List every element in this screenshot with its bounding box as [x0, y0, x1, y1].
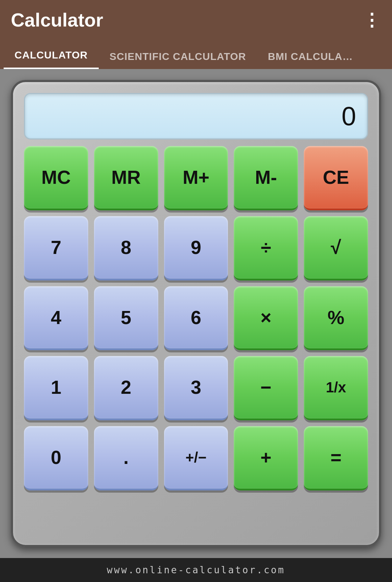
percent-button[interactable]: % [304, 286, 368, 351]
app-title: Calculator [11, 9, 103, 31]
mplus-button[interactable]: M+ [164, 146, 228, 210]
mc-button[interactable]: MC [24, 146, 88, 210]
five-button[interactable]: 5 [94, 286, 158, 351]
tab-calculator[interactable]: CALCULATOR [4, 43, 99, 69]
calculator-wrapper: 0 MC MR M+ M- CE 7 8 [0, 69, 392, 558]
footer: www.online-calculator.com [0, 558, 392, 582]
four-button[interactable]: 4 [24, 286, 88, 351]
tab-bar: CALCULATOR SCIENTIFIC CALCULATOR BMI CAL… [0, 40, 392, 69]
seven-button[interactable]: 7 [24, 216, 88, 280]
app-bar: Calculator ⋮ [0, 0, 392, 40]
calculator-display: 0 [24, 93, 368, 140]
eight-button[interactable]: 8 [94, 216, 158, 280]
sqrt-button[interactable]: √ [304, 216, 368, 280]
display-value: 0 [342, 101, 356, 131]
mr-button[interactable]: MR [94, 146, 158, 210]
ce-button[interactable]: CE [304, 146, 368, 210]
equals-button[interactable]: = [304, 426, 368, 490]
multiply-button[interactable]: × [234, 286, 298, 351]
two-button[interactable]: 2 [94, 356, 158, 420]
decimal-button[interactable]: . [94, 426, 158, 490]
mminus-button[interactable]: M- [234, 146, 298, 210]
calculator-body: 0 MC MR M+ M- CE 7 8 [11, 80, 381, 547]
three-button[interactable]: 3 [164, 356, 228, 420]
tab-scientific-calculator[interactable]: SCIENTIFIC CALCULATOR [99, 44, 257, 69]
footer-text: www.online-calculator.com [107, 565, 285, 575]
menu-button[interactable]: ⋮ [363, 10, 381, 30]
zero-button[interactable]: 0 [24, 426, 88, 490]
one-button[interactable]: 1 [24, 356, 88, 420]
plus-button[interactable]: + [234, 426, 298, 490]
six-button[interactable]: 6 [164, 286, 228, 351]
button-grid: MC MR M+ M- CE 7 8 9 [24, 146, 368, 490]
minus-button[interactable]: − [234, 356, 298, 420]
nine-button[interactable]: 9 [164, 216, 228, 280]
plusminus-button[interactable]: +/− [164, 426, 228, 490]
reciprocal-button[interactable]: 1/x [304, 356, 368, 420]
divide-button[interactable]: ÷ [234, 216, 298, 280]
tab-bmi-calculator[interactable]: BMI CALCULA… [257, 44, 364, 69]
